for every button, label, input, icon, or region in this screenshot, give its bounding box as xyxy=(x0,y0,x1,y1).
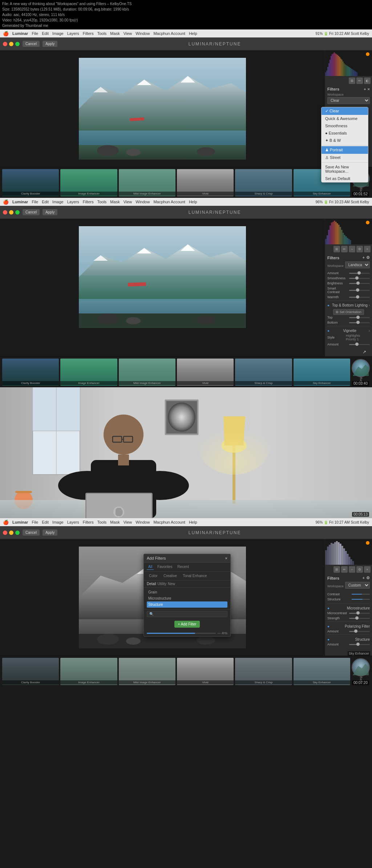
filmstrip-thumb-2[interactable]: Image Enhancer xyxy=(60,169,117,196)
filter-slider-warmth[interactable] xyxy=(349,297,370,298)
icon-settings-4[interactable]: ⚙ xyxy=(356,566,363,573)
apply-button-4[interactable]: Apply xyxy=(43,529,57,536)
menu-mask-2[interactable]: Mask xyxy=(110,200,120,204)
workspace-select-4[interactable]: Custom xyxy=(345,582,370,589)
filter-slider-str[interactable] xyxy=(349,644,370,645)
menu-layers-4[interactable]: Layers xyxy=(67,520,79,524)
menu-image[interactable]: Image xyxy=(52,31,64,36)
af-tab-recent[interactable]: Recent xyxy=(176,564,190,570)
cancel-button-2[interactable]: Cancel xyxy=(23,209,40,215)
af-sub-utility[interactable]: Utility xyxy=(158,582,166,586)
apply-button-1[interactable]: Apply xyxy=(43,41,57,47)
mini-progress[interactable] xyxy=(147,633,216,634)
maximize-button-1[interactable] xyxy=(15,42,20,46)
menu-view-2[interactable]: View xyxy=(124,200,132,204)
filmstrip-thumb-2-4[interactable]: Vivid xyxy=(177,359,234,386)
menu-file-4[interactable]: File xyxy=(32,520,38,524)
icon-brush-4[interactable]: ✏ xyxy=(341,566,348,573)
filter-slider-brightness[interactable] xyxy=(349,283,370,284)
menu-layers[interactable]: Layers xyxy=(67,31,79,36)
filmstrip-thumb-4-4[interactable]: Vivid xyxy=(177,658,234,685)
menu-filters[interactable]: Filters xyxy=(83,31,94,36)
dm-item-street[interactable]: ♙ Street xyxy=(322,154,368,161)
microstructure-header[interactable]: ● Microstructure xyxy=(327,605,370,611)
apply-button-2[interactable]: Apply xyxy=(43,209,57,215)
menu-edit[interactable]: Edit xyxy=(42,31,49,36)
menu-mask-4[interactable]: Mask xyxy=(110,520,120,524)
menu-help-4[interactable]: Help xyxy=(189,520,197,524)
minimize-button-1[interactable] xyxy=(9,42,13,46)
icon-settings-2[interactable]: ⚙ xyxy=(356,246,363,252)
af-sub-detail[interactable]: Detail xyxy=(147,582,156,586)
orientation-button[interactable]: ⊞ Set Orientation xyxy=(333,309,364,315)
filmstrip-thumb-2-3[interactable]: Mild Image Enhancer xyxy=(119,359,175,386)
af-sub-new[interactable]: New xyxy=(168,582,175,586)
menu-macphun-2[interactable]: Macphun Account xyxy=(153,200,185,204)
menu-file-2[interactable]: File xyxy=(32,200,38,204)
filmstrip-thumb-4-6[interactable]: Sky Enhancer xyxy=(294,658,350,685)
apple-menu[interactable]: 🍎 xyxy=(3,31,9,36)
menu-window-2[interactable]: Window xyxy=(136,200,150,204)
minimize-button-2[interactable] xyxy=(9,210,13,215)
af-item-microstructure[interactable]: Microstructure xyxy=(147,595,227,601)
filters-add-btn-2[interactable]: + xyxy=(363,255,365,260)
filmstrip-thumb-2-5[interactable]: Sharp & Crisp xyxy=(235,359,292,386)
filters-close-btn[interactable]: × xyxy=(368,87,370,91)
af-cat-tonal[interactable]: Tonal Enhance xyxy=(181,573,209,579)
dm-item-default[interactable]: Set as Default xyxy=(322,175,368,182)
workspace-select-2[interactable]: Landscape xyxy=(345,261,370,268)
filters-add-btn[interactable]: + xyxy=(364,87,366,91)
maximize-button-4[interactable] xyxy=(15,531,20,535)
filmstrip-thumb-2-1[interactable]: Clarity Booster xyxy=(2,359,59,386)
icon-crop[interactable]: ⊞ xyxy=(349,77,355,84)
icon-crop-2[interactable]: ⊞ xyxy=(333,246,340,252)
icon-mask[interactable]: ◐ xyxy=(364,77,371,84)
menu-window-4[interactable]: Window xyxy=(136,520,150,524)
filter-slider-bottom[interactable] xyxy=(349,322,370,323)
add-filter-btn[interactable]: + Add Filter xyxy=(174,621,200,628)
apple-menu-4[interactable]: 🍎 xyxy=(3,520,9,525)
filmstrip-thumb-4-1[interactable]: Clarity Booster xyxy=(2,658,59,685)
close-button-4[interactable] xyxy=(3,531,7,535)
af-tab-favorites[interactable]: Favorites xyxy=(156,564,174,570)
af-item-structure[interactable]: Structure xyxy=(147,601,227,608)
menu-edit-2[interactable]: Edit xyxy=(42,200,49,204)
menu-file[interactable]: File xyxy=(32,31,38,36)
menu-help[interactable]: Help xyxy=(189,31,197,36)
apple-menu-2[interactable]: 🍎 xyxy=(3,199,9,205)
af-cat-color[interactable]: Color xyxy=(147,573,160,579)
menu-view[interactable]: View xyxy=(124,31,132,36)
dm-item-portrait[interactable]: ♟ Portrait xyxy=(322,146,368,154)
menu-macphun[interactable]: Macphun Account xyxy=(153,31,185,36)
polarizing-header[interactable]: ● Polarizing Filter xyxy=(327,623,370,629)
filter-slider-strength[interactable] xyxy=(349,618,370,619)
filmstrip-thumb-2-2[interactable]: Image Enhancer xyxy=(60,359,117,386)
menu-image-4[interactable]: Image xyxy=(52,520,64,524)
filmstrip-thumb-4-3[interactable]: Mild Image Enhancer xyxy=(119,658,175,685)
menu-layers-2[interactable]: Layers xyxy=(67,200,79,204)
dm-item-clear[interactable]: ✓ Clear xyxy=(322,107,368,115)
close-button-2[interactable] xyxy=(3,210,7,215)
dm-item-quick[interactable]: Quick & Awesome xyxy=(322,115,368,122)
filters-add-btn-4[interactable]: + xyxy=(363,576,365,580)
menu-view-4[interactable]: View xyxy=(124,520,132,524)
minimize-button-4[interactable] xyxy=(9,531,13,535)
menu-help-2[interactable]: Help xyxy=(189,200,197,204)
icon-crop-4[interactable]: ⊞ xyxy=(333,566,340,573)
icon-transform-2[interactable]: ↔ xyxy=(349,246,355,252)
af-close-btn[interactable]: × xyxy=(225,556,227,560)
filmstrip-thumb-4-2[interactable]: Image Enhancer xyxy=(60,658,117,685)
menu-filters-2[interactable]: Filters xyxy=(83,200,94,204)
filmstrip-thumb-2-6[interactable]: Sky Enhancer xyxy=(294,359,350,386)
filmstrip-thumb-4-5[interactable]: Sharp & Crisp xyxy=(235,658,292,685)
icon-close-4[interactable]: × xyxy=(364,566,371,573)
icon-brush-2[interactable]: ✏ xyxy=(341,246,348,252)
menu-window[interactable]: Window xyxy=(136,31,150,36)
filmstrip-thumb-5[interactable]: Sharp & Crisp xyxy=(235,169,292,196)
dm-item-essentials[interactable]: ● Essentials xyxy=(322,129,368,137)
filmstrip-thumb-3[interactable]: Mild Image Enhancer xyxy=(119,169,175,196)
filter-item-structure-slider[interactable] xyxy=(352,599,370,600)
af-item-grain[interactable]: Grain xyxy=(147,589,227,595)
filter-slider-smoothness[interactable] xyxy=(349,278,370,279)
menu-tools[interactable]: Tools xyxy=(97,31,107,36)
